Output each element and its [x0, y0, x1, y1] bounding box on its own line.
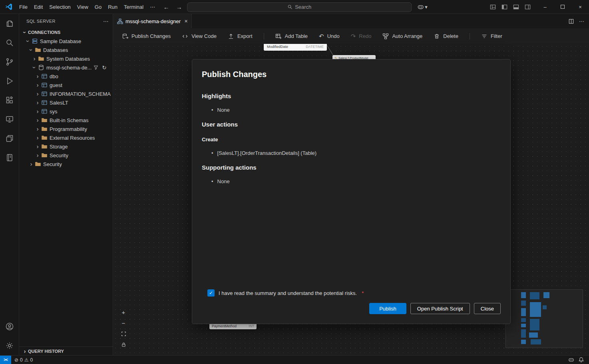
activity-search-button[interactable] [0, 33, 19, 52]
account-button[interactable] [0, 317, 19, 336]
settings-gear-icon [5, 341, 14, 350]
undo-icon: ↶ [319, 33, 324, 39]
chevron-down-icon: › [22, 29, 28, 36]
schema-icon [41, 82, 48, 88]
copilot-icon[interactable] [568, 357, 574, 363]
tree-item-sys[interactable]: › sys [19, 107, 113, 116]
tab-bar: mssql-schema-designer × ⋯ [113, 14, 589, 28]
tree-item-mssql-schema-database[interactable]: › mssql-schema-de... ↻ [19, 63, 113, 72]
open-publish-script-button[interactable]: Open Publish Script [410, 303, 470, 314]
tree-item-storage[interactable]: › Storage [19, 142, 113, 151]
menu-selection[interactable]: Selection [46, 2, 74, 12]
minimize-button[interactable]: – [536, 0, 554, 14]
check-icon: ✓ [209, 290, 213, 296]
folder-icon [41, 117, 48, 123]
folder-icon [41, 135, 48, 141]
undo-button[interactable]: ↶ Undo [319, 33, 340, 39]
search-input[interactable]: Search [187, 2, 412, 12]
toolbar-separator [264, 33, 264, 40]
minimap-node [521, 340, 526, 344]
tree-item-built-in-schemas[interactable]: › Built-in Schemas [19, 116, 113, 125]
menu-edit[interactable]: Edit [31, 2, 46, 12]
minimap-node [521, 301, 526, 306]
settings-button[interactable] [0, 336, 19, 355]
minimap-node [531, 339, 541, 344]
maximize-icon [561, 5, 565, 9]
add-table-button[interactable]: Add Table [275, 33, 308, 40]
zoom-in-button[interactable]: + [119, 307, 128, 317]
activity-layers-button[interactable] [0, 129, 19, 148]
activity-explorer-button[interactable] [0, 14, 19, 33]
risk-acknowledgement-row: ✓ I have read the summary and understand… [202, 289, 501, 297]
remote-indicator[interactable]: >< [0, 356, 11, 364]
risk-acknowledge-checkbox[interactable]: ✓ [207, 289, 215, 297]
tree-item-sample-database[interactable]: › Sample Database [19, 37, 113, 46]
menu-terminal[interactable]: Terminal [121, 2, 147, 12]
copilot-menu-button[interactable]: ▾ [417, 4, 428, 10]
menu-file[interactable]: File [16, 2, 31, 12]
activity-sql-server-button[interactable] [0, 110, 19, 129]
tree-item-server-security[interactable]: › Security [19, 160, 113, 168]
bell-icon[interactable] [578, 357, 584, 363]
close-button[interactable]: Close [474, 303, 501, 314]
chevron-right-icon: › [34, 73, 41, 79]
zoom-out-button[interactable]: − [119, 318, 128, 328]
toggle-panel-icon[interactable] [513, 4, 519, 10]
activity-run-debug-button[interactable] [0, 71, 19, 91]
tab-mssql-schema-designer[interactable]: mssql-schema-designer × [113, 14, 192, 28]
tree-item-programmability[interactable]: › Programmability [19, 125, 113, 133]
tree-item-saleslt[interactable]: › SalesLT [19, 98, 113, 107]
nav-forward-icon[interactable]: → [174, 4, 184, 10]
highlights-heading: Highlights [202, 93, 501, 99]
view-code-button[interactable]: View Code [182, 33, 217, 40]
vscode-window: File Edit Selection View Go Run Terminal… [0, 0, 589, 364]
maximize-button[interactable] [554, 0, 571, 14]
tree-item-external-resources[interactable]: › External Resources [19, 133, 113, 142]
section-query-history[interactable]: › QUERY HISTORY [19, 346, 113, 355]
activity-source-control-button[interactable] [0, 52, 19, 71]
database-icon [38, 64, 44, 71]
split-editor-icon[interactable] [568, 18, 574, 24]
table-column-row[interactable]: ModifiedDate DATETIME [264, 44, 327, 51]
chevron-right-icon: › [28, 161, 34, 167]
tab-close-icon[interactable]: × [184, 17, 188, 25]
publish-button[interactable]: Publish [369, 303, 406, 314]
tree-item-system-databases[interactable]: › System Databases [19, 54, 113, 63]
delete-button[interactable]: Delete [434, 33, 458, 40]
editor-more-actions-icon[interactable]: ⋯ [579, 18, 584, 24]
refresh-icon[interactable]: ↻ [102, 65, 106, 71]
toggle-primary-sidebar-icon[interactable] [501, 4, 507, 10]
nav-back-icon[interactable]: ← [161, 4, 171, 10]
menu-overflow-icon[interactable]: ⋯ [147, 2, 158, 12]
menu-run[interactable]: Run [105, 2, 121, 12]
schema-designer-canvas[interactable]: ModifiedDate DATETIME SalesLT.ProductMod… [113, 44, 589, 355]
tree-item-dbo[interactable]: › dbo [19, 72, 113, 81]
tree-item-security[interactable]: › Security [19, 151, 113, 160]
extensions-icon [5, 95, 14, 105]
publish-changes-button[interactable]: Publish Changes [122, 33, 171, 40]
sidebar-more-actions-icon[interactable]: ⋯ [103, 18, 109, 24]
title-bar: File Edit Selection View Go Run Terminal… [0, 0, 589, 14]
lock-canvas-button[interactable] [119, 340, 128, 349]
export-button[interactable]: Export [228, 33, 253, 40]
auto-arrange-button[interactable]: Auto Arrange [382, 33, 422, 40]
menu-view[interactable]: View [74, 2, 92, 12]
filter-icon[interactable] [93, 65, 99, 70]
activity-notebook-button[interactable] [0, 148, 19, 167]
problems-indicator[interactable]: ⊘ 0 ⚠ 0 [11, 357, 36, 363]
activity-extensions-button[interactable] [0, 91, 19, 110]
filter-button[interactable]: Filter [481, 33, 502, 40]
customize-layout-icon[interactable] [490, 4, 496, 10]
tree-item-information-schema[interactable]: › INFORMATION_SCHEMA [19, 89, 113, 98]
close-window-button[interactable]: × [571, 0, 589, 14]
zoom-fit-button[interactable] [119, 329, 128, 338]
tree-item-databases[interactable]: › Databases [19, 46, 113, 54]
toggle-secondary-sidebar-icon[interactable] [525, 4, 531, 10]
menu-go[interactable]: Go [92, 2, 105, 12]
canvas-minimap[interactable] [505, 289, 583, 348]
tree-item-guest[interactable]: › guest [19, 81, 113, 89]
section-connections[interactable]: › CONNECTIONS [19, 28, 113, 37]
minimap-node [530, 319, 539, 330]
redo-button[interactable]: ↷ Redo [351, 33, 372, 39]
sidebar-empty-space [19, 168, 113, 346]
